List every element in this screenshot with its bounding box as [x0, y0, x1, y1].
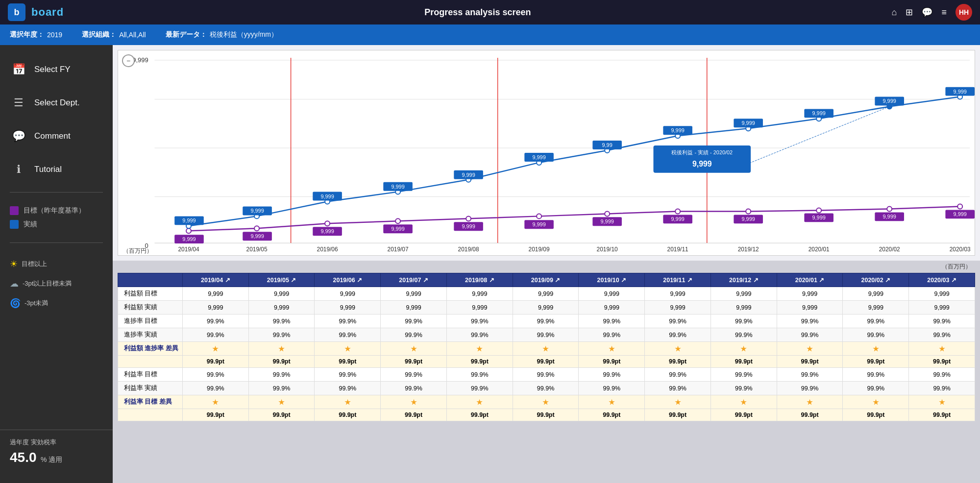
- svg-text:9,999: 9,999: [671, 127, 685, 133]
- table-cell: 9,999: [182, 301, 248, 314]
- star-cell: ★: [248, 342, 315, 356]
- star-cell: ★: [381, 395, 447, 409]
- star-cell: ★: [777, 395, 843, 409]
- diff-value-cell: 99.9pt: [843, 356, 909, 368]
- diff-values-label: [118, 356, 183, 368]
- table-row: 利益額 実績9,9999,9999,9999,9999,9999,9999,99…: [118, 301, 975, 314]
- legend-target-box: [10, 206, 19, 215]
- sidebar-label-comment: Comment: [34, 131, 71, 141]
- diff-value-cell: 99.9pt: [645, 356, 711, 368]
- chart-container: − 9,999 0 （百万円）: [118, 50, 975, 256]
- table-icon[interactable]: ⊞: [906, 7, 913, 18]
- header-icons: ⌂ ⊞ 💬 ≡ HH: [892, 4, 972, 21]
- sidebar-conditions: ☀ 目標以上 ☁ -3pt以上目標未満 🌀 -3pt未満: [0, 251, 113, 316]
- diff-value-cell: 99.9pt: [248, 356, 315, 368]
- diff-row-label: 利益額 進捗率 差異: [118, 342, 183, 356]
- table-cell: 99.9%: [446, 368, 513, 382]
- col-header-jan20[interactable]: 2020/01 ↗: [777, 273, 843, 287]
- table-cell: 99.9%: [381, 382, 447, 395]
- diff-values-row: 99.9pt99.9pt99.9pt99.9pt99.9pt99.9pt99.9…: [118, 409, 975, 421]
- col-header-mar20[interactable]: 2020/03 ↗: [909, 273, 975, 287]
- diff-value-cell: 99.9pt: [182, 356, 248, 368]
- table-cell: 9,999: [777, 301, 843, 314]
- svg-text:9,999: 9,999: [391, 184, 404, 190]
- legend-target: 目標（昨年度基準）: [10, 206, 103, 215]
- table-cell: 99.9%: [182, 368, 248, 382]
- svg-text:9,999: 9,999: [600, 218, 613, 224]
- table-cell: 99.9%: [381, 368, 447, 382]
- table-cell: 9,999: [513, 287, 579, 301]
- svg-text:9,999: 9,999: [883, 214, 896, 219]
- table-cell: 99.9%: [579, 382, 645, 395]
- star-cell: ★: [381, 342, 447, 356]
- legend-target-label: 目標（昨年度基準）: [24, 206, 85, 215]
- col-header-aug19[interactable]: 2019/08 ↗: [446, 273, 513, 287]
- svg-text:9,999: 9,999: [812, 110, 826, 116]
- svg-text:9,999: 9,999: [320, 228, 334, 234]
- fy-value: 2019: [47, 31, 62, 39]
- table-cell: 9,999: [843, 301, 909, 314]
- comment-icon[interactable]: 💬: [922, 7, 932, 18]
- col-header-may19[interactable]: 2019/05 ↗: [248, 273, 315, 287]
- minimize-button[interactable]: −: [122, 54, 135, 67]
- col-header-nov19[interactable]: 2019/11 ↗: [645, 273, 711, 287]
- table-cell: 99.9%: [645, 328, 711, 342]
- col-header-feb20[interactable]: 2020/02 ↗: [843, 273, 909, 287]
- col-header-jul19[interactable]: 2019/07 ↗: [381, 273, 447, 287]
- info-icon: ℹ: [10, 161, 27, 178]
- svg-text:2020/01: 2020/01: [808, 246, 830, 253]
- sidebar-item-tutorial[interactable]: ℹ Tutorial: [0, 155, 113, 184]
- star-cell: ★: [909, 342, 975, 356]
- row-label: 利益率 目標: [118, 368, 183, 382]
- col-header-dec19[interactable]: 2019/12 ↗: [710, 273, 777, 287]
- col-header-oct19[interactable]: 2019/10 ↗: [579, 273, 645, 287]
- wind-icon: 🌀: [10, 298, 21, 309]
- svg-text:2019/10: 2019/10: [597, 246, 618, 253]
- col-header-jun19[interactable]: 2019/06 ↗: [315, 273, 381, 287]
- table-cell: 99.9%: [843, 314, 909, 328]
- star-cell: ★: [513, 395, 579, 409]
- table-cell: 99.9%: [513, 368, 579, 382]
- col-header-apr19[interactable]: 2019/04 ↗: [182, 273, 248, 287]
- table-cell: 9,999: [315, 287, 381, 301]
- logo-box: b: [8, 3, 25, 21]
- tax-label: 過年度 実効税率: [10, 438, 103, 447]
- menu-icon[interactable]: ≡: [941, 7, 947, 18]
- svg-text:9,999: 9,999: [250, 233, 264, 239]
- diff-value-cell: 99.9pt: [381, 356, 447, 368]
- user-avatar[interactable]: HH: [956, 4, 972, 21]
- table-cell: 9,999: [645, 301, 711, 314]
- table-cell: 99.9%: [248, 328, 315, 342]
- col-header-sep19[interactable]: 2019/09 ↗: [513, 273, 579, 287]
- condition-below-target-label: -3pt未満: [24, 299, 48, 308]
- table-cell: 99.9%: [579, 328, 645, 342]
- svg-text:9,999: 9,999: [692, 160, 712, 168]
- sidebar-item-comment[interactable]: 💬 Comment: [0, 121, 113, 151]
- data-info: 最新データ： 税後利益（yyyy/mm）: [166, 30, 278, 39]
- calendar-icon: 📅: [10, 61, 27, 78]
- svg-text:9,999: 9,999: [462, 172, 475, 178]
- diff-value-cell: 99.9pt: [513, 356, 579, 368]
- star-cell: ★: [645, 395, 711, 409]
- sidebar-item-select-fy[interactable]: 📅 Select FY: [0, 55, 113, 84]
- star-cell: ★: [182, 342, 248, 356]
- row-label: 利益額 目標: [118, 287, 183, 301]
- sidebar-label-select-fy: Select FY: [34, 65, 71, 74]
- table-cell: 9,999: [579, 287, 645, 301]
- table-cell: 99.9%: [579, 368, 645, 382]
- svg-text:9,999: 9,999: [671, 216, 685, 222]
- svg-text:9,999: 9,999: [812, 215, 826, 220]
- diff-values-label: [118, 409, 183, 421]
- diff-row-label: 利益率 目標 差異: [118, 395, 183, 409]
- table-cell: 99.9%: [381, 314, 447, 328]
- condition-near-target-label: -3pt以上目標未満: [23, 279, 72, 288]
- org-value: All,All,All: [119, 31, 146, 39]
- home-icon[interactable]: ⌂: [892, 7, 897, 18]
- diff-value-cell: 99.9pt: [710, 356, 777, 368]
- svg-point-17: [605, 211, 610, 216]
- table-cell: 99.9%: [182, 328, 248, 342]
- diff-value-cell: 99.9pt: [777, 409, 843, 421]
- table-cell: 99.9%: [182, 314, 248, 328]
- svg-text:9,999: 9,999: [250, 208, 264, 214]
- sidebar-item-select-dept[interactable]: ☰ Select Dept.: [0, 88, 113, 118]
